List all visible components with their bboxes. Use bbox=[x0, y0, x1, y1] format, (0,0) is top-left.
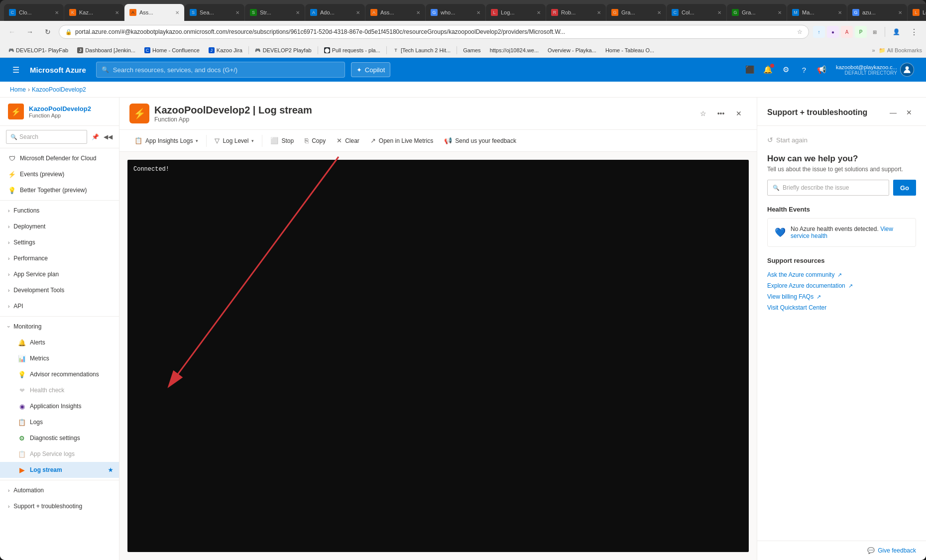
azure-search[interactable]: 🔍 Search resources, services, and docs (… bbox=[96, 62, 345, 78]
sidebar-item-settings[interactable]: › Settings bbox=[0, 234, 119, 250]
tab-close-2[interactable]: ✕ bbox=[115, 10, 119, 15]
browser-tab-9[interactable]: L Log... ✕ bbox=[486, 4, 546, 21]
browser-tab-7[interactable]: A Ass... ✕ bbox=[365, 4, 425, 21]
browser-tab-15[interactable]: G azu... ✕ bbox=[847, 4, 907, 21]
bookmark-tableau[interactable]: Home - Tableau O... bbox=[601, 45, 658, 56]
hamburger-menu[interactable]: ☰ bbox=[8, 62, 24, 78]
tab-close-4[interactable]: ✕ bbox=[235, 10, 239, 15]
settings-icon[interactable]: ⚙ bbox=[778, 62, 794, 78]
ext-icon-5[interactable]: ⊞ bbox=[869, 26, 881, 38]
sidebar-item-automation[interactable]: › Automation bbox=[0, 482, 119, 498]
tab-close-5[interactable]: ✕ bbox=[296, 10, 300, 15]
sidebar-item-logs[interactable]: 📋 Logs bbox=[0, 414, 119, 430]
ext-icon-4[interactable]: P bbox=[855, 26, 867, 38]
back-button[interactable]: ← bbox=[5, 25, 19, 39]
more-options-button[interactable]: ⋮ bbox=[907, 25, 921, 39]
sidebar-item-diagnostic-settings[interactable]: ⚙ Diagnostic settings bbox=[0, 430, 119, 446]
sidebar-item-defender[interactable]: 🛡 Microsoft Defender for Cloud bbox=[0, 150, 119, 166]
browser-tab-3[interactable]: A Ass... ✕ bbox=[124, 4, 184, 21]
sidebar-item-better-together[interactable]: 💡 Better Together (preview) bbox=[0, 182, 119, 198]
sidebar-item-app-insights[interactable]: ◉ Application Insights bbox=[0, 398, 119, 414]
tab-close-6[interactable]: ✕ bbox=[356, 10, 360, 15]
bookmark-games[interactable]: Games bbox=[459, 45, 484, 56]
log-stream-favorite-icon[interactable]: ★ bbox=[108, 467, 113, 473]
sidebar-item-deployment[interactable]: › Deployment bbox=[0, 219, 119, 234]
tab-close-8[interactable]: ✕ bbox=[476, 10, 480, 15]
tab-close-9[interactable]: ✕ bbox=[537, 10, 541, 15]
stop-button[interactable]: ⬜ Stop bbox=[265, 133, 299, 149]
tab-close-3[interactable]: ✕ bbox=[175, 10, 179, 15]
sidebar-item-performance[interactable]: › Performance bbox=[0, 250, 119, 266]
feedback-icon[interactable]: 📢 bbox=[814, 62, 830, 78]
bookmark-develop1[interactable]: 🎮 DEVELOP1- PlayFab bbox=[4, 45, 72, 56]
sidebar-item-dev-tools[interactable]: › Development Tools bbox=[0, 282, 119, 298]
bookmark-techlaunch[interactable]: T [Tech Launch 2 Hit... bbox=[389, 45, 455, 56]
browser-tab-11[interactable]: G Gra... ✕ bbox=[606, 4, 666, 21]
sidebar-pin-button[interactable]: 📌 bbox=[90, 132, 100, 142]
browser-tab-6[interactable]: A Ado... ✕ bbox=[305, 4, 365, 21]
sidebar-collapse-button[interactable]: ◀◀ bbox=[103, 132, 113, 142]
sidebar-item-app-service-plan[interactable]: › App Service plan bbox=[0, 266, 119, 282]
bookmark-overview[interactable]: Overview - Playka... bbox=[544, 45, 600, 56]
sidebar-item-alerts[interactable]: 🔔 Alerts bbox=[0, 335, 119, 350]
log-terminal[interactable]: Connected! bbox=[127, 160, 749, 552]
browser-tab-14[interactable]: M Ma... ✕ bbox=[787, 4, 847, 21]
page-close-button[interactable]: ✕ bbox=[731, 106, 747, 121]
cloud-shell-icon[interactable]: ⬛ bbox=[742, 62, 758, 78]
page-more-button[interactable]: ••• bbox=[713, 106, 729, 121]
tab-close-13[interactable]: ✕ bbox=[778, 10, 782, 15]
help-icon[interactable]: ? bbox=[796, 62, 812, 78]
browser-tab-2[interactable]: K Kaz... ✕ bbox=[64, 4, 124, 21]
sidebar-item-events[interactable]: ⚡ Events (preview) bbox=[0, 166, 119, 182]
clear-button[interactable]: ✕ Clear bbox=[332, 133, 364, 149]
sidebar-item-log-stream[interactable]: ▶ Log stream ★ bbox=[0, 462, 119, 478]
breadcrumb-resource[interactable]: KazooPoolDevelop2 bbox=[32, 86, 86, 93]
breadcrumb-home[interactable]: Home bbox=[10, 86, 26, 93]
bookmark-develop2[interactable]: 🎮 DEVELOP2 Playfab bbox=[251, 45, 316, 56]
user-profile-button[interactable]: kazoobot@playkazoo.c... DEFAULT DIRECTOR… bbox=[832, 62, 918, 78]
sidebar-item-metrics[interactable]: 📊 Metrics bbox=[0, 350, 119, 366]
log-level-dropdown[interactable]: ▽ Log Level ▾ bbox=[210, 133, 259, 149]
browser-tab-5[interactable]: S Str... ✕ bbox=[245, 4, 305, 21]
bookmark-star-icon[interactable]: ☆ bbox=[797, 28, 803, 35]
tab-close-15[interactable]: ✕ bbox=[898, 10, 902, 15]
sidebar-item-api[interactable]: › API bbox=[0, 298, 119, 314]
url-field[interactable]: 🔒 portal.azure.com/#@kazoobotplaykazoo.o… bbox=[59, 25, 809, 39]
go-button[interactable]: Go bbox=[893, 180, 916, 196]
support-close-button[interactable]: ✕ bbox=[902, 106, 916, 119]
support-resource-azure-community[interactable]: Ask the Azure community ↗ bbox=[767, 269, 916, 280]
feedback-button[interactable]: 📢 Send us your feedback bbox=[439, 133, 521, 149]
profile-button[interactable]: 👤 bbox=[889, 25, 903, 39]
open-metrics-button[interactable]: ↗ Open in Live Metrics bbox=[365, 133, 438, 149]
tab-close-11[interactable]: ✕ bbox=[657, 10, 661, 15]
browser-tab-12[interactable]: C Col... ✕ bbox=[667, 4, 726, 21]
bookmark-jira[interactable]: J Kazoo Jira bbox=[205, 45, 246, 56]
reload-button[interactable]: ↻ bbox=[41, 25, 55, 39]
tab-close-1[interactable]: ✕ bbox=[55, 10, 59, 15]
sidebar-item-support[interactable]: › Support + troubleshooting bbox=[0, 498, 119, 514]
bookmark-oj[interactable]: https://oj10824.we... bbox=[486, 45, 543, 56]
support-resource-billing-faqs[interactable]: View billing FAQs ↗ bbox=[767, 291, 916, 302]
sidebar-search-input[interactable]: 🔍 Search bbox=[6, 130, 87, 144]
browser-tab-16[interactable]: L Log... ✕ bbox=[908, 4, 926, 21]
page-favorite-button[interactable]: ☆ bbox=[695, 106, 711, 121]
bookmark-confluence[interactable]: C Home - Confluence bbox=[140, 45, 204, 56]
ext-icon-2[interactable]: ● bbox=[827, 26, 839, 38]
help-search-input[interactable]: 🔍 Briefly describe the issue bbox=[767, 180, 889, 196]
browser-tab-8[interactable]: G who... ✕ bbox=[426, 4, 485, 21]
ext-icon-1[interactable]: ↑ bbox=[813, 26, 825, 38]
support-resource-quickstart[interactable]: Visit Quickstart Center bbox=[767, 302, 916, 313]
bookmark-pullreq[interactable]: ⬤ Pull requests - pla... bbox=[320, 45, 384, 56]
copilot-button[interactable]: ✦ Copilot bbox=[351, 62, 390, 77]
browser-tab-4[interactable]: S Sea... ✕ bbox=[185, 4, 244, 21]
browser-tab-1[interactable]: C Clo... ✕ bbox=[4, 4, 64, 21]
sidebar-item-functions[interactable]: › Functions bbox=[0, 203, 119, 219]
browser-tab-10[interactable]: R Rob... ✕ bbox=[546, 4, 606, 21]
copy-button[interactable]: ⎘ Copy bbox=[300, 133, 331, 149]
notifications-icon[interactable]: 🔔 bbox=[760, 62, 776, 78]
bookmark-dashboard[interactable]: J Dashboard [Jenkin... bbox=[73, 45, 139, 56]
give-feedback-link[interactable]: 💬 Give feedback bbox=[867, 547, 916, 554]
tab-close-12[interactable]: ✕ bbox=[717, 10, 721, 15]
support-minimize-button[interactable]: — bbox=[886, 106, 900, 119]
sidebar-item-advisor[interactable]: 💡 Advisor recommendations bbox=[0, 366, 119, 382]
